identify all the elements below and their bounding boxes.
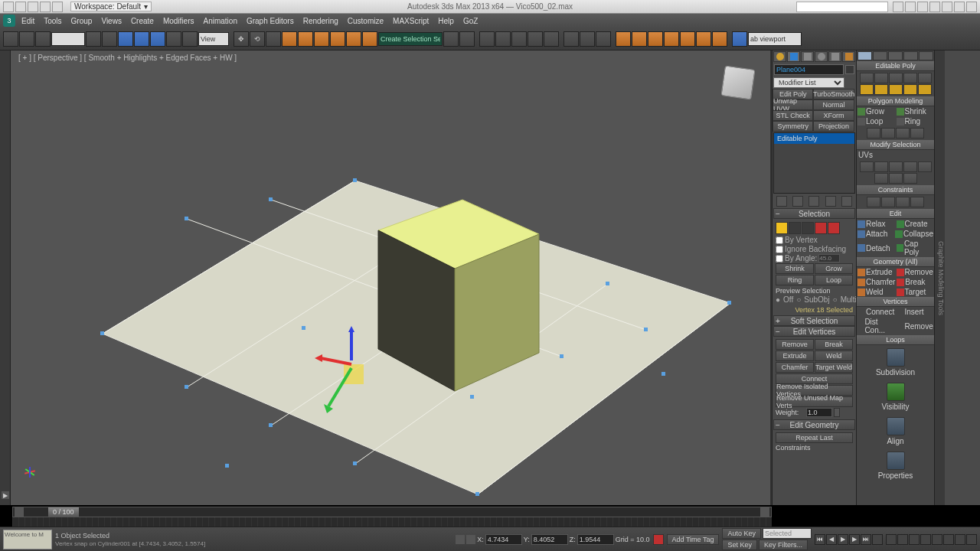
r-c2[interactable] bbox=[881, 197, 895, 207]
ribbon-collapse[interactable]: Collapse bbox=[894, 229, 934, 239]
lock-icon[interactable] bbox=[456, 535, 465, 544]
modbtn-xform[interactable]: XForm bbox=[813, 110, 854, 121]
object-color-swatch[interactable] bbox=[845, 65, 854, 74]
menu-graph-editors[interactable]: Graph Editors bbox=[242, 15, 299, 27]
modbtn-turbosmooth[interactable]: TurboSmooth bbox=[813, 89, 854, 99]
viewport-combo[interactable] bbox=[748, 32, 802, 46]
preview-radio[interactable]: ●Off○SubObj○Multi bbox=[776, 295, 853, 304]
next-frame-icon[interactable]: ▶ bbox=[849, 534, 860, 545]
snap-pivot-icon[interactable] bbox=[680, 31, 695, 47]
ribbon-subdivision[interactable]: Subdivision bbox=[857, 345, 934, 380]
menu-maxscript[interactable]: MAXScript bbox=[388, 15, 433, 27]
ribbon-target[interactable]: Target bbox=[896, 287, 935, 297]
isolate-icon[interactable] bbox=[466, 535, 475, 544]
mirror-icon[interactable] bbox=[443, 31, 459, 47]
select-rotate-icon[interactable]: ⟲ bbox=[250, 31, 265, 47]
modbtn-normal[interactable]: Normal bbox=[813, 99, 854, 110]
zoom-all-icon[interactable] bbox=[920, 534, 931, 545]
ribbon-so-poly[interactable] bbox=[903, 73, 917, 83]
autokey-button[interactable]: Auto Key bbox=[722, 528, 761, 539]
ribbon-toggle-3[interactable] bbox=[889, 84, 903, 95]
menu-customize[interactable]: Customize bbox=[343, 15, 388, 27]
paint-select-icon[interactable] bbox=[150, 31, 165, 47]
keymode-combo[interactable] bbox=[763, 528, 812, 539]
ribbon-align[interactable]: Align bbox=[857, 414, 934, 448]
vertex-subobj-button[interactable] bbox=[776, 222, 788, 234]
new-file-icon[interactable] bbox=[3, 2, 14, 12]
r-c1[interactable] bbox=[867, 197, 880, 207]
menu-goz[interactable]: GoZ bbox=[459, 15, 482, 27]
by-angle-checkbox[interactable] bbox=[776, 255, 783, 262]
r-i1[interactable] bbox=[867, 128, 880, 139]
element-subobj-button[interactable] bbox=[828, 222, 840, 234]
weight-input[interactable] bbox=[806, 408, 832, 417]
create-tab[interactable] bbox=[773, 51, 786, 62]
percent-snap-icon[interactable] bbox=[346, 31, 361, 47]
min-max-icon[interactable] bbox=[966, 534, 977, 545]
r-u8[interactable] bbox=[903, 173, 917, 184]
border-subobj-button[interactable] bbox=[802, 222, 814, 234]
select-object-icon[interactable] bbox=[86, 31, 101, 47]
ribbon-cap-poly[interactable]: Cap Poly bbox=[896, 239, 935, 257]
break-button[interactable]: Break bbox=[815, 339, 853, 350]
snap-edge-icon[interactable] bbox=[648, 31, 663, 47]
prev-frame-icon[interactable]: ◀ bbox=[826, 534, 837, 545]
time-slider[interactable]: 0 / 100 bbox=[12, 507, 772, 517]
ribbon-toggle-4[interactable] bbox=[903, 84, 917, 95]
pan-icon[interactable] bbox=[886, 534, 897, 545]
grow-button[interactable]: Grow bbox=[815, 263, 853, 274]
r-u5[interactable] bbox=[918, 161, 932, 172]
time-slider-thumb[interactable]: 0 / 100 bbox=[48, 507, 79, 517]
make-unique-icon[interactable] bbox=[808, 196, 819, 207]
shrink-button[interactable]: Shrink bbox=[776, 263, 814, 274]
add-time-tag-icon[interactable] bbox=[653, 534, 664, 545]
menu-rendering[interactable]: Rendering bbox=[299, 15, 343, 27]
fov-icon[interactable] bbox=[932, 534, 942, 545]
time-track[interactable] bbox=[12, 517, 772, 527]
ribbon-chamfer[interactable]: Chamfer bbox=[857, 277, 896, 287]
ribbon-properties[interactable]: Properties bbox=[857, 448, 934, 483]
chamfer-button[interactable]: Chamfer bbox=[776, 362, 814, 373]
ribbon-detach[interactable]: Detach bbox=[857, 239, 896, 257]
r-u4[interactable] bbox=[903, 161, 917, 172]
r-u3[interactable] bbox=[889, 161, 903, 172]
signin-icon[interactable] bbox=[893, 2, 903, 12]
redo-icon[interactable] bbox=[52, 2, 63, 12]
ribbon-tab-1[interactable] bbox=[858, 51, 872, 60]
hierarchy-tab[interactable] bbox=[801, 51, 814, 62]
layers-icon[interactable] bbox=[479, 31, 495, 47]
zoom-icon[interactable] bbox=[909, 534, 920, 545]
window-crossing-icon[interactable] bbox=[134, 31, 149, 47]
favorites-icon[interactable] bbox=[917, 2, 928, 12]
viewport[interactable]: [ + ] [ Perspective ] [ Smooth + Highlig… bbox=[11, 51, 772, 505]
r-c4[interactable] bbox=[910, 197, 924, 207]
ribbon-remove2[interactable]: Remove bbox=[896, 317, 935, 335]
workspace-selector[interactable]: Workspace: Default▾ bbox=[70, 2, 152, 11]
menu-modifiers[interactable]: Modifiers bbox=[158, 15, 199, 27]
ribbon-tab-5[interactable] bbox=[919, 51, 933, 60]
motion-tab[interactable] bbox=[815, 51, 828, 62]
modify-tab[interactable] bbox=[787, 51, 800, 62]
ribbon-connect[interactable]: Connect bbox=[857, 307, 896, 317]
modbtn-stl-check[interactable]: STL Check bbox=[773, 110, 813, 121]
menu-create[interactable]: Create bbox=[126, 15, 158, 27]
r-u6[interactable] bbox=[874, 173, 888, 184]
ribbon-insert[interactable]: Insert bbox=[896, 307, 935, 317]
ignore-backfacing-checkbox[interactable]: Ignore Backfacing bbox=[776, 245, 853, 253]
snap-grid-icon[interactable] bbox=[616, 31, 631, 47]
ribbon-shrink[interactable]: Shrink bbox=[896, 106, 935, 116]
ribbon-grow[interactable]: Grow bbox=[857, 106, 896, 116]
stack-item-editable-poly[interactable]: Editable Poly bbox=[774, 133, 854, 144]
r-u7[interactable] bbox=[889, 173, 903, 184]
ribbon-tab-2[interactable] bbox=[873, 51, 887, 60]
maximize-viewport-icon[interactable] bbox=[955, 534, 965, 545]
viewport-shading-icon[interactable] bbox=[732, 31, 747, 47]
pin-stack-icon[interactable] bbox=[776, 196, 787, 207]
ribbon-distcon[interactable]: Dist Con... bbox=[857, 317, 896, 335]
lasso-icon[interactable] bbox=[166, 31, 181, 47]
polygon-subobj-button[interactable] bbox=[815, 222, 827, 234]
remove-modifier-icon[interactable] bbox=[825, 196, 836, 207]
y-input[interactable] bbox=[531, 534, 568, 545]
ribbon-break[interactable]: Break bbox=[896, 277, 934, 287]
goto-end-icon[interactable]: ⏭ bbox=[861, 534, 871, 545]
